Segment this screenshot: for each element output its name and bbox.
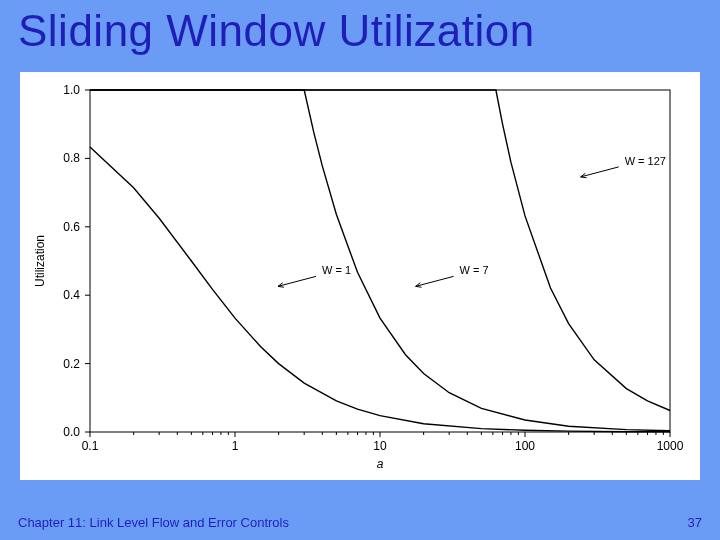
y-axis-label: Utilization bbox=[33, 235, 47, 287]
y-tick-label: 0.6 bbox=[63, 220, 80, 234]
y-tick-label: 0.4 bbox=[63, 288, 80, 302]
x-tick-label: 1000 bbox=[657, 439, 684, 453]
page-number: 37 bbox=[688, 515, 702, 530]
y-tick-label: 1.0 bbox=[63, 83, 80, 97]
series-annotation: W = 1 bbox=[322, 264, 351, 276]
x-tick-label: 0.1 bbox=[82, 439, 99, 453]
y-tick-label: 0.8 bbox=[63, 151, 80, 165]
x-tick-label: 1 bbox=[232, 439, 239, 453]
slide: Sliding Window Utilization 0.00.20.40.60… bbox=[0, 0, 720, 540]
curve-w=1 bbox=[90, 147, 670, 432]
y-tick-label: 0.0 bbox=[63, 425, 80, 439]
utilization-chart: 0.00.20.40.60.81.00.11101001000aUtilizat… bbox=[20, 72, 700, 480]
curve-w=127 bbox=[90, 90, 670, 411]
chart-container: 0.00.20.40.60.81.00.11101001000aUtilizat… bbox=[20, 72, 700, 480]
page-title: Sliding Window Utilization bbox=[18, 6, 535, 56]
series-annotation: W = 127 bbox=[625, 155, 666, 167]
x-tick-label: 100 bbox=[515, 439, 535, 453]
annotation-arrow bbox=[416, 276, 454, 286]
x-tick-label: 10 bbox=[373, 439, 387, 453]
footer-chapter: Chapter 11: Link Level Flow and Error Co… bbox=[18, 515, 289, 530]
y-tick-label: 0.2 bbox=[63, 357, 80, 371]
plot-frame bbox=[90, 90, 670, 432]
x-axis-label: a bbox=[377, 457, 384, 471]
series-annotation: W = 7 bbox=[460, 264, 489, 276]
annotation-arrow bbox=[581, 167, 619, 177]
annotation-arrow bbox=[278, 276, 316, 286]
curve-w=7 bbox=[90, 90, 670, 431]
